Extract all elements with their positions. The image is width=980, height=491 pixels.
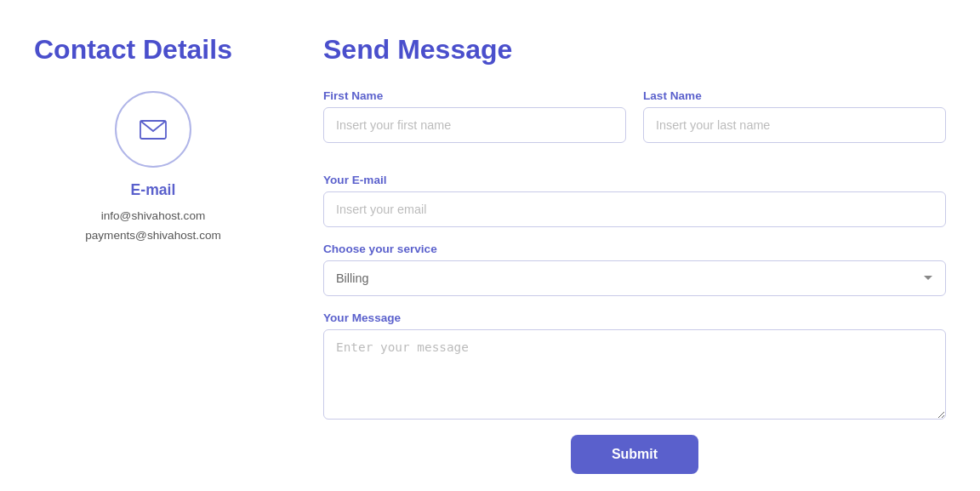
last-name-label: Last Name	[643, 89, 946, 102]
email-addresses: info@shivahost.com payments@shivahost.co…	[34, 206, 272, 245]
contact-details-title: Contact Details	[34, 34, 272, 66]
name-row: First Name Last Name	[323, 89, 946, 158]
email-group: Your E-mail	[323, 174, 946, 227]
last-name-group: Last Name	[643, 89, 946, 143]
email-icon-circle	[115, 91, 191, 168]
email-field-label: Your E-mail	[323, 174, 946, 186]
email-icon	[138, 114, 168, 145]
page-container: Contact Details E-mail info@shivahost.co…	[34, 26, 946, 474]
service-group: Choose your service Billing Support Sale…	[323, 243, 946, 296]
contact-details-section: Contact Details E-mail info@shivahost.co…	[34, 26, 272, 474]
email-address-2: payments@shivahost.com	[34, 226, 272, 245]
email-label: E-mail	[34, 181, 272, 199]
message-group: Your Message	[323, 311, 946, 420]
submit-button[interactable]: Submit	[571, 435, 698, 474]
service-label: Choose your service	[323, 243, 946, 255]
email-input[interactable]	[323, 191, 946, 227]
first-name-group: First Name	[323, 89, 626, 143]
submit-row: Submit	[323, 435, 946, 474]
message-textarea[interactable]	[323, 329, 946, 420]
service-select[interactable]: Billing Support Sales Other	[323, 260, 946, 296]
first-name-label: First Name	[323, 89, 626, 102]
last-name-input[interactable]	[643, 107, 946, 143]
send-message-section: Send Message First Name Last Name Your E…	[323, 26, 946, 474]
message-label: Your Message	[323, 311, 946, 324]
send-message-title: Send Message	[323, 34, 946, 66]
first-name-input[interactable]	[323, 107, 626, 143]
email-address-1: info@shivahost.com	[34, 206, 272, 226]
